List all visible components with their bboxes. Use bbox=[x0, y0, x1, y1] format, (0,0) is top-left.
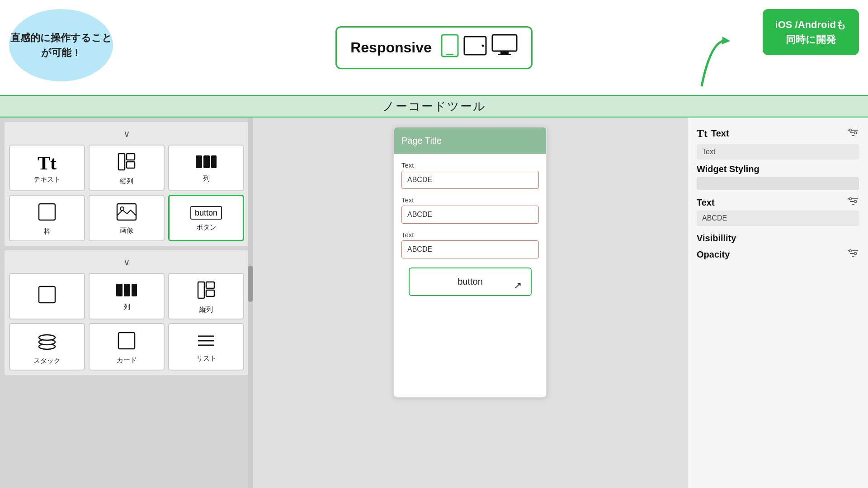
canvas-button-label: button bbox=[458, 277, 483, 286]
right-panel: Tt Text Text Widget Styling Text bbox=[687, 117, 868, 488]
abcde-input[interactable]: ABCDE bbox=[697, 211, 859, 226]
card-icon bbox=[117, 331, 137, 353]
row2-icon bbox=[115, 283, 138, 300]
svg-point-45 bbox=[854, 253, 857, 255]
top-area: 直感的に操作することが可能！ Responsive bbox=[0, 0, 868, 95]
text-widget-icon: Tt bbox=[38, 154, 57, 173]
widget-list[interactable]: リスト bbox=[168, 323, 244, 371]
page-title: Page Title bbox=[394, 127, 546, 154]
scroll-thumb[interactable] bbox=[248, 266, 253, 302]
ios-badge-text: iOS /Androidも同時に開発 bbox=[775, 19, 846, 45]
widget-section-1: ∨ Tt テキスト 縦列 bbox=[5, 122, 249, 246]
visibility-label: Visibillity bbox=[697, 233, 736, 244]
vertical-col-label: 縦列 bbox=[120, 177, 133, 186]
svg-rect-22 bbox=[206, 282, 214, 288]
col2-label: 縦列 bbox=[199, 305, 213, 314]
widget-blank[interactable] bbox=[9, 273, 85, 319]
svg-marker-7 bbox=[719, 34, 731, 46]
widget-vertical-col[interactable]: 縦列 bbox=[89, 145, 165, 191]
chevron-down-1[interactable]: ∨ bbox=[9, 127, 244, 141]
text-value-input[interactable]: Text bbox=[697, 144, 859, 160]
phone-icon bbox=[441, 34, 459, 61]
arrow-icon bbox=[677, 26, 751, 100]
svg-rect-19 bbox=[124, 284, 130, 296]
field-input-1[interactable]: ABCDE bbox=[401, 171, 539, 189]
svg-rect-12 bbox=[203, 155, 210, 168]
nocode-header: ノーコードツール bbox=[0, 95, 868, 117]
svg-rect-0 bbox=[442, 35, 458, 56]
scrollbar[interactable] bbox=[248, 117, 253, 488]
list-label: リスト bbox=[196, 354, 217, 363]
button-icon: button bbox=[190, 206, 222, 220]
text-filter-icon[interactable] bbox=[847, 197, 859, 208]
svg-rect-27 bbox=[118, 333, 135, 349]
widget-grid-1: Tt テキスト 縦列 bbox=[9, 145, 244, 241]
main-content: ∨ Tt テキスト 縦列 bbox=[0, 117, 868, 488]
svg-point-26 bbox=[39, 335, 55, 340]
vertical-col-icon bbox=[117, 152, 137, 174]
svg-point-39 bbox=[849, 198, 852, 200]
svg-rect-21 bbox=[198, 282, 204, 298]
col2-icon bbox=[196, 280, 216, 303]
canvas-button[interactable]: button ↗ bbox=[409, 267, 532, 296]
responsive-badge: Responsive bbox=[335, 26, 533, 69]
svg-rect-23 bbox=[206, 290, 214, 296]
svg-point-34 bbox=[849, 129, 852, 131]
desktop-icon bbox=[491, 34, 518, 61]
widget-card[interactable]: カード bbox=[89, 323, 165, 371]
type-label: Tt Text bbox=[697, 127, 729, 140]
phone-body: Text ABCDE Text ABCDE Text ABCDE button … bbox=[394, 154, 546, 310]
svg-rect-11 bbox=[196, 155, 202, 168]
image-label: 画像 bbox=[120, 226, 133, 235]
svg-rect-20 bbox=[132, 284, 137, 296]
field-label-3: Text bbox=[401, 231, 539, 239]
device-icons bbox=[441, 34, 518, 61]
list-icon bbox=[196, 333, 216, 352]
widget-styling-input[interactable] bbox=[697, 177, 859, 190]
widget-image[interactable]: 画像 bbox=[89, 195, 165, 241]
widget-button[interactable]: button ボタン bbox=[168, 195, 244, 241]
field-group-2: Text ABCDE bbox=[401, 196, 539, 224]
widget-col2[interactable]: 縦列 bbox=[168, 273, 244, 319]
svg-rect-9 bbox=[127, 154, 135, 160]
opacity-row: Opacity bbox=[697, 246, 859, 263]
svg-rect-4 bbox=[492, 35, 517, 51]
frame-icon bbox=[37, 202, 57, 225]
svg-rect-10 bbox=[127, 162, 135, 168]
speech-bubble: 直感的に操作することが可能！ bbox=[9, 9, 113, 81]
svg-rect-15 bbox=[117, 204, 136, 220]
svg-point-3 bbox=[481, 44, 484, 47]
visibility-row: Visibillity bbox=[697, 230, 859, 246]
type-row: Tt Text bbox=[697, 125, 859, 142]
chevron-down-2[interactable]: ∨ bbox=[9, 255, 244, 269]
widget-text[interactable]: Tt テキスト bbox=[9, 145, 85, 191]
field-label-1: Text bbox=[401, 161, 539, 169]
field-input-3[interactable]: ABCDE bbox=[401, 240, 539, 258]
image-icon bbox=[116, 203, 137, 224]
widget-styling-label: Widget Styling bbox=[697, 164, 859, 174]
button-label: ボタン bbox=[196, 223, 217, 232]
widget-row2[interactable]: 列 bbox=[89, 273, 165, 319]
opacity-label: Opacity bbox=[697, 249, 730, 260]
svg-rect-14 bbox=[39, 204, 55, 220]
stack-label: スタック bbox=[33, 357, 61, 365]
field-input-2[interactable]: ABCDE bbox=[401, 206, 539, 224]
svg-rect-8 bbox=[118, 154, 125, 170]
svg-point-40 bbox=[854, 201, 857, 203]
type-name: Text bbox=[711, 128, 729, 139]
text-row: Text bbox=[697, 194, 859, 211]
responsive-label: Responsive bbox=[350, 39, 432, 56]
opacity-filter-icon[interactable] bbox=[847, 249, 859, 260]
widget-section-2: ∨ bbox=[5, 250, 249, 375]
type-filter-icon[interactable] bbox=[847, 128, 859, 139]
widget-frame[interactable]: 枠 bbox=[9, 195, 85, 241]
text-section-label: Text bbox=[697, 197, 715, 208]
widget-row[interactable]: 列 bbox=[168, 145, 244, 191]
text-widget-label: テキスト bbox=[33, 175, 61, 184]
svg-rect-13 bbox=[211, 155, 217, 168]
speech-bubble-text: 直感的に操作することが可能！ bbox=[10, 30, 112, 60]
widget-stack[interactable]: スタック bbox=[9, 323, 85, 371]
row-label: 列 bbox=[203, 174, 210, 183]
tt-icon: Tt bbox=[697, 127, 708, 140]
svg-rect-18 bbox=[116, 284, 123, 296]
